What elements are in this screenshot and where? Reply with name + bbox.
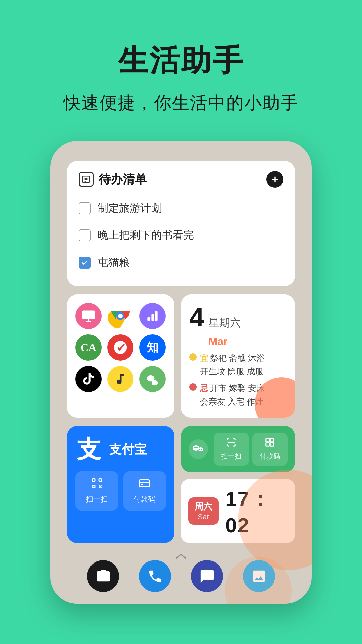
calendar-widget: 4 星期六 Mar 宜 祭祀 斋醮 沐浴开生坟 除服 成服 忌 开市 嫁娶 安 <box>181 294 295 418</box>
cal-month: Mar <box>208 335 241 348</box>
alipay-scan-button[interactable]: 扫一扫 <box>75 471 118 511</box>
wechat-scan-button[interactable]: 扫一扫 <box>214 433 249 466</box>
wechat-scan-icon <box>226 437 236 450</box>
svg-point-28 <box>196 447 198 448</box>
alipay-name: 支付宝 <box>109 441 147 458</box>
wechat-actions: 扫一扫 付款码 <box>214 433 288 466</box>
svg-point-12 <box>118 314 123 318</box>
alipay-pay-label: 付款码 <box>133 494 156 504</box>
apps-grid: CA 知 <box>75 303 166 392</box>
app-icon-music[interactable] <box>107 366 133 392</box>
clock-sat: Sat <box>194 513 213 521</box>
svg-rect-21 <box>139 480 149 487</box>
svg-point-27 <box>194 447 196 448</box>
app-icon-chrome[interactable] <box>107 303 133 329</box>
todo-text-3: 屯猫粮 <box>98 255 130 270</box>
checkbox-3[interactable] <box>79 257 91 269</box>
alipay-main: 支 支付宝 <box>75 436 166 463</box>
dock-messages[interactable] <box>191 560 223 592</box>
todo-item-1[interactable]: 制定旅游计划 <box>79 195 283 222</box>
auspicious-label: 宜 <box>200 353 208 363</box>
svg-point-29 <box>199 449 200 450</box>
wechat-pay-icon <box>265 437 275 450</box>
app-icon-tv[interactable] <box>75 303 102 329</box>
todo-text-2: 晚上把剩下的书看完 <box>98 228 194 243</box>
header-section: 生活助手 快速便捷，你生活中的小助手 <box>0 0 362 115</box>
inauspicious-label: 忌 <box>200 383 208 393</box>
wechat-scan-label: 扫一扫 <box>221 452 241 461</box>
clock-time: 17：02 <box>225 485 288 537</box>
cal-weekday: 星期六 <box>208 316 241 330</box>
alipay-char: 支 <box>77 433 101 466</box>
cal-date: 4 <box>189 304 204 331</box>
todo-item-3[interactable]: 屯猫粮 <box>79 249 283 276</box>
wechat-pay-label: 付款码 <box>260 452 280 461</box>
bottom-dock <box>50 560 312 592</box>
app-icon-zhihu[interactable]: 知 <box>139 334 166 361</box>
app-icon-tiktok[interactable] <box>75 366 102 392</box>
app-icon-weibo[interactable] <box>107 334 133 361</box>
alipay-widget: 支 支付宝 扫一扫 <box>67 426 174 543</box>
auspicious-dot <box>189 353 197 361</box>
bottom-row: 支 支付宝 扫一扫 <box>67 426 295 543</box>
wechat-right-col: 扫一扫 付款码 <box>181 426 295 543</box>
clock-widget: 周六 Sat 17：02 <box>181 479 295 543</box>
todo-text-1: 制定旅游计划 <box>98 201 162 216</box>
dock-phone[interactable] <box>139 560 171 592</box>
wechat-pay-button[interactable]: 付款码 <box>252 433 288 466</box>
alipay-actions: 扫一扫 付款码 <box>75 471 166 511</box>
wechat-row: 扫一扫 付款码 <box>188 433 288 466</box>
cal-inauspicious-row: 忌 开市 嫁娶 安床会亲友 入宅 作灶 <box>189 381 287 408</box>
app-icon-stats[interactable] <box>139 303 166 329</box>
dock-gallery[interactable] <box>243 560 275 592</box>
app-icon-wechat-small[interactable] <box>139 366 166 392</box>
todo-widget: 待办清单 制定旅游计划 晚上把剩下的书看完 <box>67 161 295 286</box>
todo-add-button[interactable] <box>266 171 283 188</box>
apps-widget: CA 知 <box>67 294 174 418</box>
scan-icon <box>91 477 103 492</box>
svg-rect-34 <box>266 443 269 446</box>
inauspicious-items: 开市 嫁娶 安床会亲友 入宅 作灶 <box>200 383 265 406</box>
checkbox-2[interactable] <box>79 229 91 241</box>
svg-rect-6 <box>82 311 95 319</box>
svg-rect-33 <box>270 439 274 442</box>
phone-mockup: 待办清单 制定旅游计划 晚上把剩下的书看完 <box>50 141 312 604</box>
alipay-pay-button[interactable]: 付款码 <box>123 471 166 511</box>
todo-title: 待办清单 <box>99 171 147 188</box>
clock-weekday: 周六 <box>194 501 213 513</box>
alipay-logo: 支 <box>75 436 102 463</box>
wechat-logo <box>188 439 208 459</box>
app-icon-ca[interactable]: CA <box>75 334 102 361</box>
svg-rect-32 <box>266 439 269 442</box>
todo-item-2[interactable]: 晚上把剩下的书看完 <box>79 222 283 249</box>
cal-auspicious-row: 宜 祭祀 斋醮 沐浴开生坟 除服 成服 <box>189 351 287 378</box>
svg-rect-18 <box>92 485 95 488</box>
checkbox-1[interactable] <box>79 202 91 214</box>
sub-title: 快速便捷，你生活中的小助手 <box>0 91 362 115</box>
wechat-widget: 扫一扫 付款码 <box>181 426 295 472</box>
svg-point-26 <box>198 447 203 451</box>
main-title: 生活助手 <box>0 40 362 81</box>
inauspicious-dot <box>189 383 197 391</box>
clock-day-badge: 周六 Sat <box>188 497 219 525</box>
alipay-scan-label: 扫一扫 <box>86 494 108 504</box>
svg-rect-16 <box>92 479 95 482</box>
todo-list-icon <box>79 172 94 187</box>
auspicious-items: 祭祀 斋醮 沐浴开生坟 除服 成服 <box>200 353 265 376</box>
todo-header-left: 待办清单 <box>79 171 147 188</box>
svg-rect-13 <box>147 317 150 321</box>
svg-point-30 <box>201 449 202 450</box>
middle-row: CA 知 <box>67 294 295 418</box>
todo-header: 待办清单 <box>79 171 283 188</box>
pay-icon <box>138 477 150 492</box>
svg-rect-17 <box>99 479 102 482</box>
svg-rect-14 <box>151 314 154 321</box>
dock-camera[interactable] <box>87 560 119 592</box>
svg-rect-35 <box>270 443 274 446</box>
svg-rect-15 <box>155 311 157 321</box>
